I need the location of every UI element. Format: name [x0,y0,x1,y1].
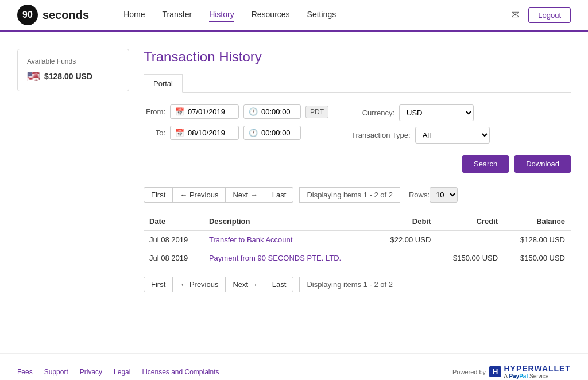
first-button-bottom[interactable]: First [144,277,173,292]
transactions-table: Date Description Debit Credit Balance Ju… [144,212,571,267]
next-button[interactable]: Next → [225,187,265,203]
prev-button[interactable]: ← Previous [172,187,226,203]
sidebar: Available Funds 🇺🇸 $128.00 USD [17,49,129,336]
currency-select[interactable]: USD [399,104,474,121]
logo-circle: 90 [17,5,38,25]
footer-links: Fees Support Privacy Legal Licenses and … [17,368,219,376]
from-row: From: 📅 🕐 PDT [144,104,328,119]
cell-debit: $22.00 USD [374,231,436,249]
table-row: Jul 08 2019 Transfer to Bank Account $22… [144,231,571,249]
cell-date: Jul 08 2019 [144,249,203,267]
to-row: To: 📅 🕐 [144,126,328,140]
filter-right: Currency: USD Transaction Type: All [351,104,490,144]
footer-privacy[interactable]: Privacy [80,368,102,376]
available-funds-box: Available Funds 🇺🇸 $128.00 USD [17,49,129,91]
page-title: Transaction History [144,49,571,65]
footer-support[interactable]: Support [44,368,68,376]
paypal-blue: Pay [509,373,519,379]
action-buttons: Search Download [144,155,571,173]
currency-label: Currency: [351,108,394,117]
nav-settings[interactable]: Settings [307,7,336,22]
available-funds-label: Available Funds [27,57,119,65]
nav: Home Transfer History Resources Settings [123,7,511,22]
paypal-text: A PayPal Service [504,373,571,379]
cell-balance: $150.00 USD [504,249,571,267]
hw-branding: HYPERWALLET A PayPal Service [504,364,571,379]
tab-bar: Portal [144,74,571,93]
logo-text: seconds [42,9,89,22]
footer-legal[interactable]: Legal [114,368,130,376]
col-debit: Debit [374,212,436,231]
timezone-badge: PDT [305,106,328,118]
next-button-bottom[interactable]: Next → [225,277,265,292]
nav-home[interactable]: Home [123,7,145,22]
nav-transfer[interactable]: Transfer [163,7,192,22]
to-time-group: 🕐 [243,126,301,140]
filter-left: From: 📅 🕐 PDT To: 📅 [144,104,328,140]
from-date-group: 📅 [170,104,239,119]
logo: 90 seconds [17,5,89,25]
flag-icon: 🇺🇸 [27,70,40,83]
cell-credit: $150.00 USD [436,249,504,267]
cell-credit [436,231,504,249]
nav-resources[interactable]: Resources [252,7,290,22]
cell-balance: $128.00 USD [504,231,571,249]
cell-date: Jul 08 2019 [144,231,203,249]
funds-amount: $128.00 USD [44,72,92,81]
header: 90 seconds Home Transfer History Resourc… [0,0,588,32]
from-date-input[interactable] [188,107,234,116]
paypal-sky: Pal [519,373,528,379]
hw-box: H [489,366,501,377]
displaying-text: Displaying items 1 - 2 of 2 [299,187,400,203]
cell-description[interactable]: Transfer to Bank Account [203,231,374,249]
transaction-type-row: Transaction Type: All [351,127,490,144]
to-label: To: [144,129,165,137]
transaction-type-select[interactable]: All [415,127,490,144]
powered-by-text: Powered by [452,369,486,375]
col-description: Description [203,212,374,231]
calendar-icon: 📅 [175,107,184,116]
currency-row: Currency: USD [351,104,490,121]
logout-button[interactable]: Logout [528,7,571,23]
main-container: Available Funds 🇺🇸 $128.00 USD Transacti… [0,32,588,353]
to-time-input[interactable] [261,129,296,137]
from-label: From: [144,107,165,116]
funds-row: 🇺🇸 $128.00 USD [27,70,119,83]
pagination-bottom: First ← Previous Next → Last Displaying … [144,277,571,292]
transaction-type-label: Transaction Type: [351,131,411,139]
download-button[interactable]: Download [514,155,571,173]
cell-description[interactable]: Payment from 90 SECONDS PTE. LTD. [203,249,374,267]
mail-icon[interactable]: ✉ [511,9,520,21]
tab-portal[interactable]: Portal [144,74,183,93]
logo-number: 90 [22,10,33,20]
footer-right: Powered by H HYPERWALLET A PayPal Servic… [452,364,571,379]
content: Transaction History Portal From: 📅 🕐 [144,49,571,336]
to-date-input[interactable] [188,129,234,137]
clock-icon: 🕐 [249,107,258,116]
displaying-text-bottom: Displaying items 1 - 2 of 2 [299,277,400,292]
col-date: Date [144,212,203,231]
table-header-row: Date Description Debit Credit Balance [144,212,571,231]
from-time-input[interactable] [261,107,296,116]
table-row: Jul 08 2019 Payment from 90 SECONDS PTE.… [144,249,571,267]
last-button[interactable]: Last [265,187,294,203]
footer-licenses[interactable]: Licenses and Complaints [142,368,219,376]
footer-fees[interactable]: Fees [17,368,33,376]
nav-history[interactable]: History [209,7,234,22]
first-button[interactable]: First [144,187,173,203]
filter-section: From: 📅 🕐 PDT To: 📅 [144,104,571,144]
hw-name: HYPERWALLET [504,364,571,373]
search-button[interactable]: Search [462,155,509,173]
prev-button-bottom[interactable]: ← Previous [172,277,226,292]
clock-icon-2: 🕐 [249,129,258,137]
col-credit: Credit [436,212,504,231]
hw-logo: H HYPERWALLET A PayPal Service [489,364,571,379]
calendar-icon-2: 📅 [175,129,184,137]
last-button-bottom[interactable]: Last [265,277,294,292]
pagination-top: First ← Previous Next → Last Displaying … [144,187,571,203]
to-date-group: 📅 [170,126,239,140]
from-time-group: 🕐 [243,104,301,119]
footer: Fees Support Privacy Legal Licenses and … [0,353,588,380]
rows-label: Rows: [409,191,430,199]
rows-select[interactable]: 10 25 50 [430,187,458,203]
